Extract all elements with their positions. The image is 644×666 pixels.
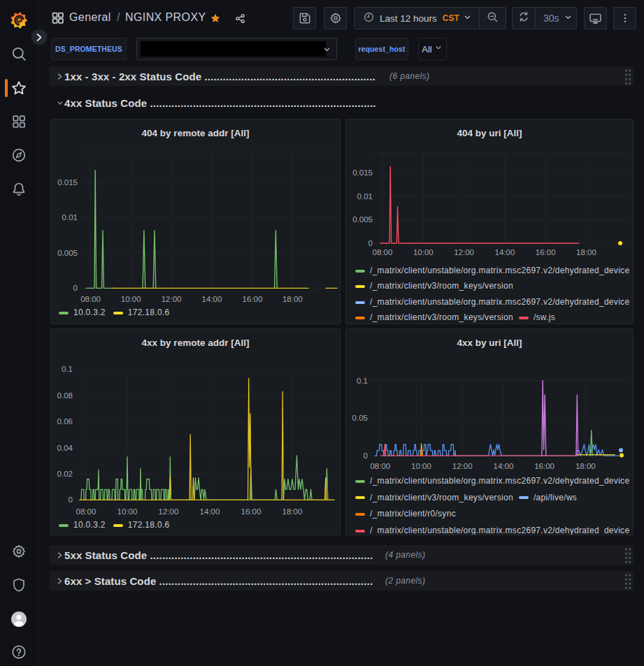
svg-text:18:00: 18:00 — [282, 295, 303, 303]
svg-text:12:00: 12:00 — [162, 295, 182, 303]
svg-text:0.005: 0.005 — [352, 215, 373, 224]
svg-text:08:00: 08:00 — [76, 507, 96, 516]
svg-text:0.06: 0.06 — [57, 417, 73, 426]
svg-text:10:00: 10:00 — [411, 462, 431, 470]
svg-text:0.01: 0.01 — [62, 213, 78, 222]
svg-text:16:00: 16:00 — [536, 248, 556, 256]
svg-text:12:00: 12:00 — [454, 248, 474, 256]
svg-text:0.02: 0.02 — [57, 470, 73, 478]
svg-text:10:00: 10:00 — [117, 507, 138, 516]
svg-text:14:00: 14:00 — [202, 295, 222, 303]
svg-text:0: 0 — [73, 284, 78, 292]
svg-text:0.08: 0.08 — [57, 391, 73, 400]
svg-text:14:00: 14:00 — [495, 248, 515, 256]
svg-text:0.005: 0.005 — [57, 249, 78, 257]
svg-text:16:00: 16:00 — [241, 507, 262, 516]
svg-text:16:00: 16:00 — [243, 295, 263, 303]
svg-text:0: 0 — [364, 451, 368, 460]
svg-text:14:00: 14:00 — [200, 507, 220, 516]
svg-text:0: 0 — [69, 495, 73, 504]
svg-text:14:00: 14:00 — [494, 462, 514, 470]
svg-text:0.015: 0.015 — [57, 178, 78, 187]
svg-text:0.01: 0.01 — [357, 192, 373, 201]
svg-text:0.05: 0.05 — [352, 414, 368, 422]
svg-text:18:00: 18:00 — [282, 507, 303, 516]
svg-text:10:00: 10:00 — [121, 295, 141, 303]
svg-text:08:00: 08:00 — [370, 462, 390, 470]
svg-text:10:00: 10:00 — [413, 248, 434, 256]
svg-text:08:00: 08:00 — [373, 248, 393, 256]
svg-text:12:00: 12:00 — [452, 462, 473, 470]
svg-text:0.015: 0.015 — [352, 168, 373, 177]
svg-text:08:00: 08:00 — [80, 295, 101, 303]
svg-text:18:00: 18:00 — [576, 248, 596, 256]
svg-text:16:00: 16:00 — [534, 462, 554, 470]
svg-text:0.04: 0.04 — [57, 444, 73, 452]
svg-text:0.1: 0.1 — [357, 377, 368, 385]
svg-text:12:00: 12:00 — [159, 507, 179, 516]
svg-text:18:00: 18:00 — [575, 462, 596, 470]
svg-text:0: 0 — [368, 239, 373, 247]
svg-text:0.1: 0.1 — [62, 365, 73, 373]
